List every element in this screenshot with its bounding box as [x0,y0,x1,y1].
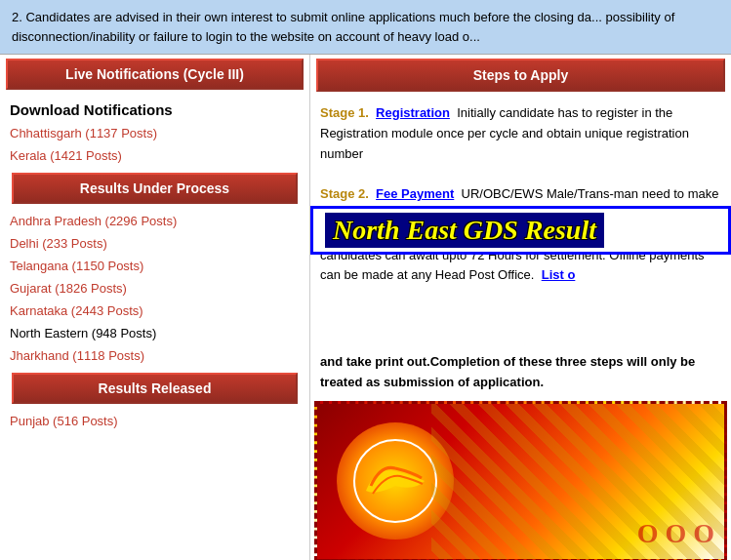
andhra-link[interactable]: Andhra Pradesh (2296 Posts) [0,210,309,232]
delhi-link[interactable]: Delhi (233 Posts) [0,232,309,255]
sidebar: Live Notifications (Cycle III) Download … [0,55,310,560]
gujarat-link[interactable]: Gujarat (1826 Posts) [0,277,309,300]
partial-text: O O O [637,518,714,549]
list-link[interactable]: List o [542,267,576,282]
punjab-link[interactable]: Punjab (516 Posts) [0,410,309,432]
steps-to-apply-header: Steps to Apply [316,59,725,92]
steps-content: Stage 1. Registration Initially candidat… [310,96,731,294]
results-released-header: Results Released [12,373,298,404]
chhattisgarh-link[interactable]: Chhattisgarh (1137 Posts) [0,122,309,144]
telangana-link[interactable]: Telangana (1150 Posts) [0,255,309,277]
live-notifications-header: Live Notifications (Cycle III) [6,59,304,90]
kerala-link[interactable]: Kerala (1421 Posts) [0,144,309,167]
banner-text: 2. Candidates are advised in their own i… [12,10,674,44]
download-notifications-title: Download Notifications [0,94,309,122]
stage1-label: Stage 1. [320,105,369,120]
north-eastern-item: North Eastern (948 Posts) [0,322,309,344]
right-panel: Steps to Apply Stage 1. Registration Ini… [310,55,731,560]
results-under-process-header: Results Under Process [12,173,298,204]
stage2-label: Stage 2. [320,186,369,201]
fee-payment-link[interactable]: Fee Payment [376,186,454,201]
overlay-banner[interactable]: North East GDS Result [310,206,731,255]
jharkhand-link[interactable]: Jharkhand (1118 Posts) [0,344,309,367]
results-under-process-divider: Results Under Process [6,173,304,204]
steps-continued: and take print out.Completion of these t… [310,348,731,401]
registration-link[interactable]: Registration [376,105,450,120]
continued-text: and take print out.Completion of these t… [320,354,695,389]
main-layout: Live Notifications (Cycle III) Download … [0,55,731,560]
karnataka-link[interactable]: Karnataka (2443 Posts) [0,300,309,322]
stamp-area: O O O [314,401,727,560]
overlay-banner-text: North East GDS Result [325,213,604,248]
results-released-divider: Results Released [6,373,304,404]
top-banner: 2. Candidates are advised in their own i… [0,0,731,55]
